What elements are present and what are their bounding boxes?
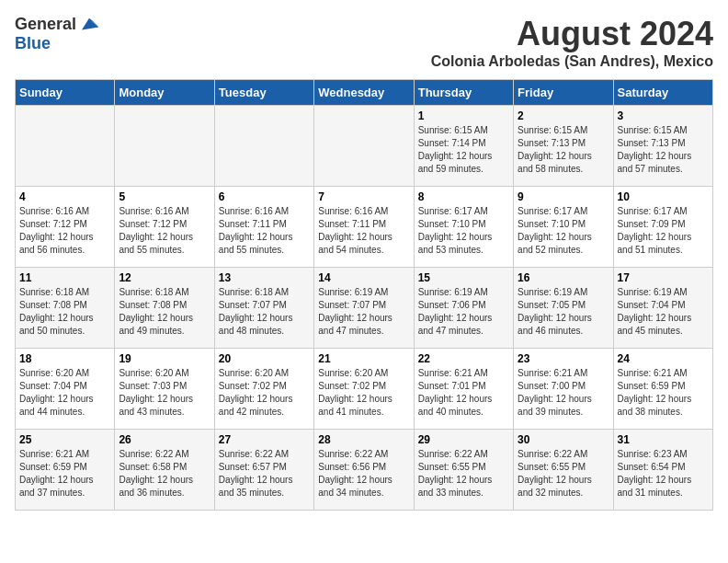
day-number: 30 bbox=[518, 433, 609, 446]
day-number: 25 bbox=[19, 433, 110, 446]
day-number: 23 bbox=[518, 352, 609, 365]
weekday-header-tuesday: Tuesday bbox=[214, 80, 313, 106]
day-number: 27 bbox=[219, 433, 310, 446]
calendar-cell: 21Sunrise: 6:20 AM Sunset: 7:02 PM Dayli… bbox=[314, 349, 414, 430]
day-number: 22 bbox=[418, 352, 509, 365]
day-info: Sunrise: 6:21 AM Sunset: 6:59 PM Dayligh… bbox=[618, 367, 709, 419]
calendar-cell: 17Sunrise: 6:19 AM Sunset: 7:04 PM Dayli… bbox=[613, 268, 712, 349]
logo-blue-text: Blue bbox=[15, 34, 51, 53]
calendar-cell: 3Sunrise: 6:15 AM Sunset: 7:13 PM Daylig… bbox=[613, 106, 712, 187]
day-number: 6 bbox=[219, 190, 310, 203]
month-title: August 2024 bbox=[431, 15, 713, 53]
day-info: Sunrise: 6:20 AM Sunset: 7:02 PM Dayligh… bbox=[219, 367, 310, 419]
day-info: Sunrise: 6:20 AM Sunset: 7:02 PM Dayligh… bbox=[318, 367, 409, 419]
day-info: Sunrise: 6:21 AM Sunset: 6:59 PM Dayligh… bbox=[19, 448, 110, 500]
calendar-cell: 18Sunrise: 6:20 AM Sunset: 7:04 PM Dayli… bbox=[16, 349, 115, 430]
calendar-cell bbox=[314, 106, 414, 187]
day-info: Sunrise: 6:16 AM Sunset: 7:12 PM Dayligh… bbox=[119, 205, 210, 257]
day-number: 19 bbox=[119, 352, 210, 365]
day-info: Sunrise: 6:23 AM Sunset: 6:54 PM Dayligh… bbox=[618, 448, 709, 500]
day-number: 29 bbox=[418, 433, 509, 446]
day-info: Sunrise: 6:15 AM Sunset: 7:13 PM Dayligh… bbox=[618, 124, 709, 176]
day-number: 24 bbox=[618, 352, 709, 365]
day-info: Sunrise: 6:22 AM Sunset: 6:58 PM Dayligh… bbox=[119, 448, 210, 500]
calendar-cell: 15Sunrise: 6:19 AM Sunset: 7:06 PM Dayli… bbox=[414, 268, 513, 349]
day-info: Sunrise: 6:22 AM Sunset: 6:57 PM Dayligh… bbox=[219, 448, 310, 500]
calendar-cell: 5Sunrise: 6:16 AM Sunset: 7:12 PM Daylig… bbox=[115, 187, 214, 268]
calendar-cell: 8Sunrise: 6:17 AM Sunset: 7:10 PM Daylig… bbox=[414, 187, 513, 268]
day-number: 1 bbox=[418, 109, 509, 122]
calendar-cell: 13Sunrise: 6:18 AM Sunset: 7:07 PM Dayli… bbox=[214, 268, 313, 349]
day-number: 12 bbox=[119, 271, 210, 284]
calendar-table: SundayMondayTuesdayWednesdayThursdayFrid… bbox=[15, 79, 713, 511]
svg-marker-0 bbox=[82, 17, 98, 29]
day-info: Sunrise: 6:16 AM Sunset: 7:11 PM Dayligh… bbox=[318, 205, 409, 257]
day-info: Sunrise: 6:18 AM Sunset: 7:07 PM Dayligh… bbox=[219, 286, 310, 338]
calendar-cell: 10Sunrise: 6:17 AM Sunset: 7:09 PM Dayli… bbox=[613, 187, 712, 268]
logo-general-text: General bbox=[15, 15, 76, 34]
calendar-cell: 6Sunrise: 6:16 AM Sunset: 7:11 PM Daylig… bbox=[214, 187, 313, 268]
calendar-cell bbox=[214, 106, 313, 187]
weekday-header-saturday: Saturday bbox=[613, 80, 712, 106]
day-info: Sunrise: 6:16 AM Sunset: 7:12 PM Dayligh… bbox=[19, 205, 110, 257]
weekday-header-sunday: Sunday bbox=[16, 80, 115, 106]
weekday-header-wednesday: Wednesday bbox=[314, 80, 414, 106]
day-info: Sunrise: 6:22 AM Sunset: 6:55 PM Dayligh… bbox=[518, 448, 609, 500]
day-info: Sunrise: 6:18 AM Sunset: 7:08 PM Dayligh… bbox=[19, 286, 110, 338]
day-number: 10 bbox=[618, 190, 709, 203]
day-number: 14 bbox=[318, 271, 409, 284]
day-number: 18 bbox=[19, 352, 110, 365]
day-number: 11 bbox=[19, 271, 110, 284]
day-info: Sunrise: 6:19 AM Sunset: 7:07 PM Dayligh… bbox=[318, 286, 409, 338]
day-info: Sunrise: 6:20 AM Sunset: 7:04 PM Dayligh… bbox=[19, 367, 110, 419]
day-info: Sunrise: 6:21 AM Sunset: 7:01 PM Dayligh… bbox=[418, 367, 509, 419]
day-info: Sunrise: 6:15 AM Sunset: 7:13 PM Dayligh… bbox=[518, 124, 609, 176]
weekday-header-thursday: Thursday bbox=[414, 80, 513, 106]
day-number: 3 bbox=[618, 109, 709, 122]
header: General Blue August 2024 Colonia Arboled… bbox=[15, 15, 713, 70]
day-number: 9 bbox=[518, 190, 609, 203]
calendar-week-row: 11Sunrise: 6:18 AM Sunset: 7:08 PM Dayli… bbox=[16, 268, 713, 349]
day-number: 5 bbox=[119, 190, 210, 203]
calendar-cell: 26Sunrise: 6:22 AM Sunset: 6:58 PM Dayli… bbox=[115, 430, 214, 511]
calendar-cell: 9Sunrise: 6:17 AM Sunset: 7:10 PM Daylig… bbox=[514, 187, 613, 268]
logo: General Blue bbox=[15, 15, 100, 53]
title-area: August 2024 Colonia Arboledas (San Andre… bbox=[431, 15, 713, 70]
calendar-cell: 30Sunrise: 6:22 AM Sunset: 6:55 PM Dayli… bbox=[514, 430, 613, 511]
day-number: 8 bbox=[418, 190, 509, 203]
day-info: Sunrise: 6:19 AM Sunset: 7:04 PM Dayligh… bbox=[618, 286, 709, 338]
calendar-cell: 20Sunrise: 6:20 AM Sunset: 7:02 PM Dayli… bbox=[214, 349, 313, 430]
day-number: 2 bbox=[518, 109, 609, 122]
calendar-week-row: 25Sunrise: 6:21 AM Sunset: 6:59 PM Dayli… bbox=[16, 430, 713, 511]
calendar-week-row: 1Sunrise: 6:15 AM Sunset: 7:14 PM Daylig… bbox=[16, 106, 713, 187]
day-info: Sunrise: 6:21 AM Sunset: 7:00 PM Dayligh… bbox=[518, 367, 609, 419]
calendar-cell: 27Sunrise: 6:22 AM Sunset: 6:57 PM Dayli… bbox=[214, 430, 313, 511]
day-number: 7 bbox=[318, 190, 409, 203]
calendar-cell: 16Sunrise: 6:19 AM Sunset: 7:05 PM Dayli… bbox=[514, 268, 613, 349]
calendar-week-row: 4Sunrise: 6:16 AM Sunset: 7:12 PM Daylig… bbox=[16, 187, 713, 268]
weekday-header-friday: Friday bbox=[514, 80, 613, 106]
day-number: 16 bbox=[518, 271, 609, 284]
calendar-cell: 19Sunrise: 6:20 AM Sunset: 7:03 PM Dayli… bbox=[115, 349, 214, 430]
day-info: Sunrise: 6:19 AM Sunset: 7:05 PM Dayligh… bbox=[518, 286, 609, 338]
day-info: Sunrise: 6:16 AM Sunset: 7:11 PM Dayligh… bbox=[219, 205, 310, 257]
day-number: 26 bbox=[119, 433, 210, 446]
day-number: 21 bbox=[318, 352, 409, 365]
calendar-cell: 23Sunrise: 6:21 AM Sunset: 7:00 PM Dayli… bbox=[514, 349, 613, 430]
weekday-header-monday: Monday bbox=[115, 80, 214, 106]
calendar-cell: 2Sunrise: 6:15 AM Sunset: 7:13 PM Daylig… bbox=[514, 106, 613, 187]
calendar-cell: 25Sunrise: 6:21 AM Sunset: 6:59 PM Dayli… bbox=[16, 430, 115, 511]
calendar-cell: 29Sunrise: 6:22 AM Sunset: 6:55 PM Dayli… bbox=[414, 430, 513, 511]
calendar-cell: 22Sunrise: 6:21 AM Sunset: 7:01 PM Dayli… bbox=[414, 349, 513, 430]
calendar-cell: 14Sunrise: 6:19 AM Sunset: 7:07 PM Dayli… bbox=[314, 268, 414, 349]
day-number: 17 bbox=[618, 271, 709, 284]
calendar-cell: 24Sunrise: 6:21 AM Sunset: 6:59 PM Dayli… bbox=[613, 349, 712, 430]
day-number: 31 bbox=[618, 433, 709, 446]
day-info: Sunrise: 6:18 AM Sunset: 7:08 PM Dayligh… bbox=[119, 286, 210, 338]
day-info: Sunrise: 6:22 AM Sunset: 6:55 PM Dayligh… bbox=[418, 448, 509, 500]
calendar-cell bbox=[16, 106, 115, 187]
calendar-cell: 12Sunrise: 6:18 AM Sunset: 7:08 PM Dayli… bbox=[115, 268, 214, 349]
calendar-cell: 31Sunrise: 6:23 AM Sunset: 6:54 PM Dayli… bbox=[613, 430, 712, 511]
day-number: 15 bbox=[418, 271, 509, 284]
day-number: 4 bbox=[19, 190, 110, 203]
